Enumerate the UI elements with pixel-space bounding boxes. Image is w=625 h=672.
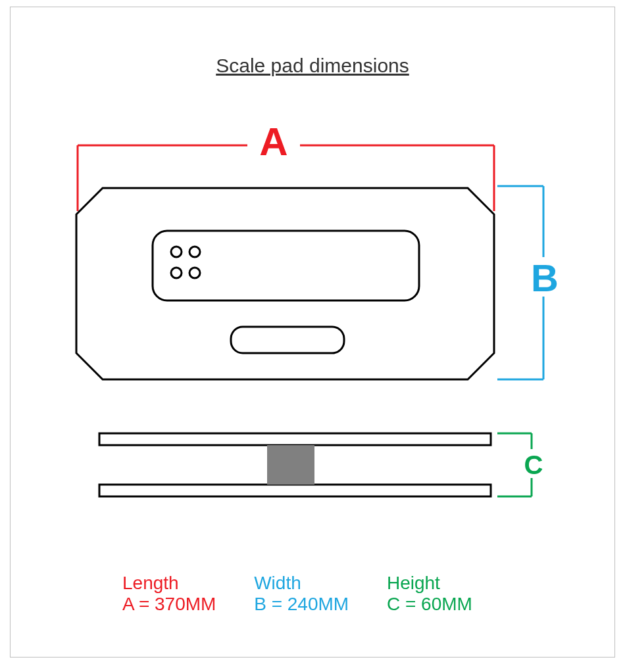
label-c: C bbox=[524, 450, 543, 479]
legend-width-value: B = 240MM bbox=[254, 594, 349, 615]
legend-height-value: C = 60MM bbox=[387, 594, 472, 615]
legend-width-name: Width bbox=[254, 573, 349, 594]
legend-height-name: Height bbox=[387, 573, 472, 594]
legend-length-value: A = 370MM bbox=[122, 594, 216, 615]
dimension-c: C bbox=[11, 7, 616, 658]
legend-length-name: Length bbox=[122, 573, 216, 594]
legend: Length A = 370MM Width B = 240MM Height … bbox=[122, 573, 505, 615]
